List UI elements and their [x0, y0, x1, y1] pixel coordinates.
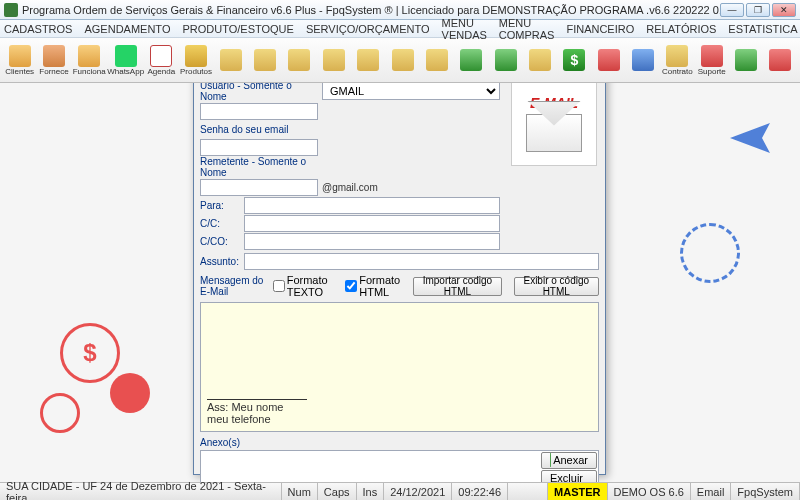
menu-agendamento[interactable]: AGENDAMENTO	[84, 23, 170, 35]
formato-texto-checkbox[interactable]: Formato TEXTO	[273, 274, 340, 298]
menu-financeiro[interactable]: FINANCEIRO	[566, 23, 634, 35]
red-ring-icon	[40, 393, 80, 433]
toolbar-whatsapp[interactable]: WhatsApp	[108, 40, 144, 80]
supplier-icon	[43, 45, 65, 67]
toolbar-btn-9[interactable]	[283, 40, 316, 80]
message-body[interactable]: Ass: Meu nome meu telefone	[200, 302, 599, 432]
assunto-label: Assunto:	[200, 256, 240, 267]
app-icon	[4, 3, 18, 17]
domain-suffix: @gmail.com	[322, 182, 378, 193]
status-fpq[interactable]: FpqSystem	[731, 483, 800, 500]
cc-label: C/C:	[200, 218, 240, 229]
menu-vendas[interactable]: MENU VENDAS	[442, 17, 487, 41]
status-ins: Ins	[357, 483, 385, 500]
globe-icon	[495, 49, 517, 71]
anexos-label: Anexo(s)	[200, 437, 599, 448]
toolbar-btn-12[interactable]	[386, 40, 419, 80]
recycle-icon	[735, 49, 757, 71]
importar-html-button[interactable]: Importar codigo HTML	[413, 277, 501, 296]
main-titlebar: Programa Ordem de Serviços Gerais & Fina…	[0, 0, 800, 20]
remetente-input[interactable]	[200, 179, 318, 196]
minimize-button[interactable]: —	[720, 3, 744, 17]
contract-icon	[666, 45, 688, 67]
toolbar-btn-7[interactable]	[214, 40, 247, 80]
window-title: Programa Ordem de Serviços Gerais & Fina…	[22, 4, 720, 16]
toolbar-clientes[interactable]: Clientes	[3, 40, 36, 80]
usuario-input[interactable]	[200, 103, 318, 120]
toolbar-suporte[interactable]: Suporte	[695, 40, 728, 80]
menu-relatorios[interactable]: RELATÓRIOS	[646, 23, 716, 35]
main-toolbar: Clientes Fornece Funciona WhatsApp Agend…	[0, 38, 800, 83]
dashed-circle-icon	[680, 223, 740, 283]
dollar-circle-icon	[60, 323, 120, 383]
toolbar-produtos[interactable]: Produtos	[179, 40, 213, 80]
folder-icon	[426, 49, 448, 71]
main-menubar: CADASTROS AGENDAMENTO PRODUTO/ESTOQUE SE…	[0, 20, 800, 38]
toolbar-btn-13[interactable]	[420, 40, 453, 80]
toolbar-btn-17[interactable]: $	[558, 40, 591, 80]
formato-html-checkbox[interactable]: Formato HTML	[345, 274, 407, 298]
toolbar-fornece[interactable]: Fornece	[37, 40, 70, 80]
toolbar-btn-16[interactable]	[523, 40, 556, 80]
email-dialog: >>> Envio de E_Mail <<< — ❐ ✕ E-MAIL Usu…	[193, 83, 606, 475]
status-caps: Caps	[318, 483, 357, 500]
menu-produto[interactable]: PRODUTO/ESTOQUE	[182, 23, 293, 35]
close-button[interactable]: ✕	[772, 3, 796, 17]
email-graphic: E-MAIL	[511, 83, 597, 166]
toolbar-btn-8[interactable]	[248, 40, 281, 80]
toolbar-btn-10[interactable]	[317, 40, 350, 80]
red-circle-icon	[110, 373, 150, 413]
anexar-button[interactable]: Anexar	[541, 452, 597, 469]
envelope-icon	[526, 114, 582, 152]
para-input[interactable]	[244, 197, 500, 214]
dollar-icon: $	[563, 49, 585, 71]
senha-input[interactable]	[200, 139, 318, 156]
assunto-input[interactable]	[244, 253, 599, 270]
mensagem-label: Mensagem do E-Mail	[200, 275, 267, 297]
usuario-label: Usuário - Somente o Nome	[200, 83, 318, 102]
folder-icon	[392, 49, 414, 71]
doc-icon	[632, 49, 654, 71]
excluir-anexo-button[interactable]: Excluir	[541, 470, 597, 483]
statusbar: SUA CIDADE - UF 24 de Dezembro de 2021 -…	[0, 482, 800, 500]
folder-icon	[254, 49, 276, 71]
cc-input[interactable]	[244, 215, 500, 232]
toolbar-agenda[interactable]: Agenda	[145, 40, 178, 80]
toolbar-btn-14[interactable]	[455, 40, 488, 80]
provider-select[interactable]: GMAIL	[322, 83, 500, 100]
signature-block: Ass: Meu nome meu telefone	[207, 399, 307, 425]
menu-servico[interactable]: SERVIÇO/ORÇAMENTO	[306, 23, 430, 35]
whatsapp-icon	[115, 45, 137, 67]
people-icon	[9, 45, 31, 67]
menu-cadastros[interactable]: CADASTROS	[4, 23, 72, 35]
paper-plane-icon	[730, 123, 770, 153]
folder-icon	[357, 49, 379, 71]
toolbar-contrato[interactable]: Contrato	[661, 40, 694, 80]
toolbar-btn-18[interactable]	[592, 40, 625, 80]
anexos-list[interactable]	[201, 451, 540, 482]
coins-icon	[529, 49, 551, 71]
maximize-button[interactable]: ❐	[746, 3, 770, 17]
calendar-icon	[150, 45, 172, 67]
status-time: 09:22:46	[452, 483, 508, 500]
exibir-html-button[interactable]: Exibir o código HTML	[514, 277, 599, 296]
status-num: Num	[282, 483, 318, 500]
exit-icon	[769, 49, 791, 71]
remetente-label: Remetente - Somente o Nome	[200, 156, 318, 178]
box-icon	[185, 45, 207, 67]
toolbar-exit[interactable]	[764, 40, 797, 80]
status-email[interactable]: Email	[691, 483, 732, 500]
menu-compras[interactable]: MENU COMPRAS	[499, 17, 555, 41]
toolbar-btn-11[interactable]	[351, 40, 384, 80]
status-master: MASTER	[548, 483, 607, 500]
toolbar-btn-15[interactable]	[489, 40, 522, 80]
employee-icon	[78, 45, 100, 67]
toolbar-funciona[interactable]: Funciona	[72, 40, 107, 80]
menu-estatistica[interactable]: ESTATISTICA	[728, 23, 797, 35]
status-location: SUA CIDADE - UF 24 de Dezembro de 2021 -…	[0, 483, 282, 500]
toolbar-btn-19[interactable]	[626, 40, 659, 80]
folder-icon	[220, 49, 242, 71]
cco-input[interactable]	[244, 233, 500, 250]
senha-label: Senha do seu email	[200, 124, 318, 135]
toolbar-btn-22[interactable]	[729, 40, 762, 80]
